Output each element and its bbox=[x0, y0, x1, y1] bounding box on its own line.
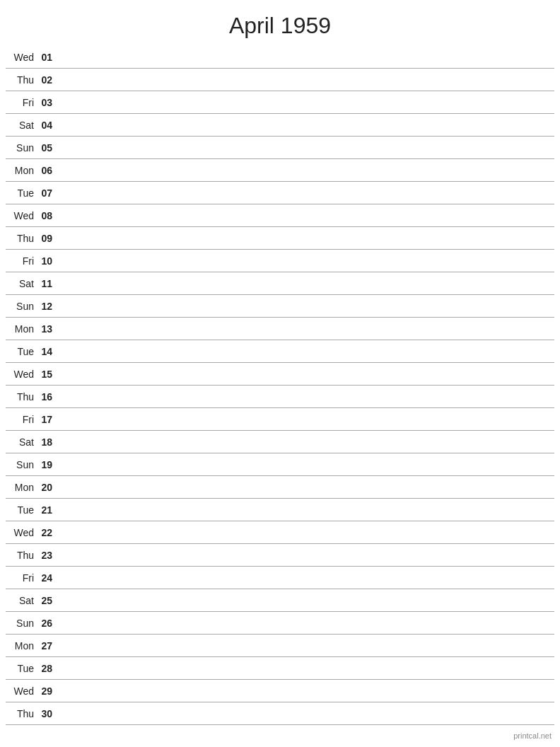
day-line bbox=[58, 238, 552, 238]
day-line bbox=[58, 260, 552, 261]
day-name: Sat bbox=[8, 595, 38, 606]
day-name: Tue bbox=[8, 346, 38, 357]
day-row: Tue21 bbox=[6, 499, 554, 521]
day-name: Sun bbox=[8, 301, 38, 312]
day-name: Wed bbox=[8, 210, 38, 221]
day-number: 19 bbox=[38, 459, 58, 470]
day-row: Tue07 bbox=[6, 182, 554, 204]
day-name: Wed bbox=[8, 685, 38, 697]
day-line bbox=[58, 645, 552, 646]
day-row: Mon06 bbox=[6, 159, 554, 182]
day-row: Mon20 bbox=[6, 476, 554, 499]
day-row: Sun12 bbox=[6, 295, 554, 318]
day-row: Sun26 bbox=[6, 612, 554, 635]
day-row: Mon27 bbox=[6, 635, 554, 657]
day-line bbox=[58, 283, 552, 284]
day-line bbox=[58, 79, 552, 80]
day-number: 30 bbox=[38, 708, 58, 719]
day-row: Thu09 bbox=[6, 227, 554, 250]
day-number: 26 bbox=[38, 618, 58, 629]
day-line bbox=[58, 532, 552, 533]
day-number: 04 bbox=[38, 120, 58, 131]
day-number: 25 bbox=[38, 595, 58, 606]
day-name: Thu bbox=[8, 708, 38, 719]
day-name: Wed bbox=[8, 52, 38, 63]
day-name: Sat bbox=[8, 436, 38, 448]
day-row: Wed01 bbox=[6, 46, 554, 69]
day-name: Thu bbox=[8, 391, 38, 403]
day-number: 02 bbox=[38, 74, 58, 86]
day-line bbox=[58, 306, 552, 306]
day-line bbox=[58, 374, 552, 374]
day-line bbox=[58, 328, 552, 329]
day-name: Fri bbox=[8, 255, 38, 267]
day-name: Fri bbox=[8, 572, 38, 584]
day-line bbox=[58, 487, 552, 487]
day-line bbox=[58, 577, 552, 578]
day-number: 20 bbox=[38, 482, 58, 493]
day-line bbox=[58, 509, 552, 510]
day-row: Thu23 bbox=[6, 544, 554, 567]
day-number: 05 bbox=[38, 142, 58, 154]
day-number: 27 bbox=[38, 640, 58, 652]
calendar-grid: Wed01Thu02Fri03Sat04Sun05Mon06Tue07Wed08… bbox=[0, 46, 560, 725]
day-row: Thu02 bbox=[6, 69, 554, 91]
day-number: 13 bbox=[38, 323, 58, 335]
day-number: 06 bbox=[38, 165, 58, 176]
day-row: Tue14 bbox=[6, 340, 554, 363]
day-number: 08 bbox=[38, 210, 58, 221]
day-number: 17 bbox=[38, 414, 58, 425]
day-line bbox=[58, 102, 552, 103]
day-row: Wed15 bbox=[6, 363, 554, 386]
day-number: 11 bbox=[38, 278, 58, 289]
day-number: 14 bbox=[38, 346, 58, 357]
day-line bbox=[58, 396, 552, 397]
day-line bbox=[58, 170, 552, 170]
day-name: Thu bbox=[8, 74, 38, 86]
day-name: Sun bbox=[8, 459, 38, 470]
day-row: Fri17 bbox=[6, 408, 554, 431]
day-number: 07 bbox=[38, 187, 58, 199]
day-name: Sun bbox=[8, 142, 38, 154]
day-number: 16 bbox=[38, 391, 58, 403]
day-row: Thu30 bbox=[6, 702, 554, 725]
day-line bbox=[58, 192, 552, 193]
day-row: Tue28 bbox=[6, 657, 554, 680]
day-number: 01 bbox=[38, 52, 58, 63]
day-number: 03 bbox=[38, 97, 58, 108]
day-name: Mon bbox=[8, 640, 38, 652]
day-number: 09 bbox=[38, 233, 58, 244]
day-line bbox=[58, 147, 552, 148]
day-number: 15 bbox=[38, 369, 58, 380]
day-number: 10 bbox=[38, 255, 58, 267]
day-row: Sun19 bbox=[6, 453, 554, 476]
page-title: April 1959 bbox=[0, 0, 560, 46]
day-name: Fri bbox=[8, 97, 38, 108]
day-name: Wed bbox=[8, 369, 38, 380]
day-number: 28 bbox=[38, 663, 58, 674]
day-line bbox=[58, 668, 552, 668]
day-name: Wed bbox=[8, 527, 38, 538]
day-line bbox=[58, 713, 552, 714]
day-line bbox=[58, 124, 552, 125]
day-row: Sat11 bbox=[6, 272, 554, 295]
day-number: 24 bbox=[38, 572, 58, 584]
day-row: Fri03 bbox=[6, 91, 554, 114]
day-row: Sat18 bbox=[6, 431, 554, 453]
day-name: Tue bbox=[8, 663, 38, 674]
day-row: Sat25 bbox=[6, 589, 554, 612]
day-line bbox=[58, 351, 552, 352]
day-line bbox=[58, 464, 552, 465]
day-name: Fri bbox=[8, 414, 38, 425]
day-row: Fri10 bbox=[6, 250, 554, 272]
day-line bbox=[58, 555, 552, 555]
day-name: Thu bbox=[8, 550, 38, 561]
day-name: Mon bbox=[8, 165, 38, 176]
day-name: Tue bbox=[8, 187, 38, 199]
day-number: 22 bbox=[38, 527, 58, 538]
day-line bbox=[58, 215, 552, 216]
day-name: Sat bbox=[8, 278, 38, 289]
day-row: Sat04 bbox=[6, 114, 554, 137]
day-row: Wed08 bbox=[6, 204, 554, 227]
day-row: Fri24 bbox=[6, 567, 554, 589]
